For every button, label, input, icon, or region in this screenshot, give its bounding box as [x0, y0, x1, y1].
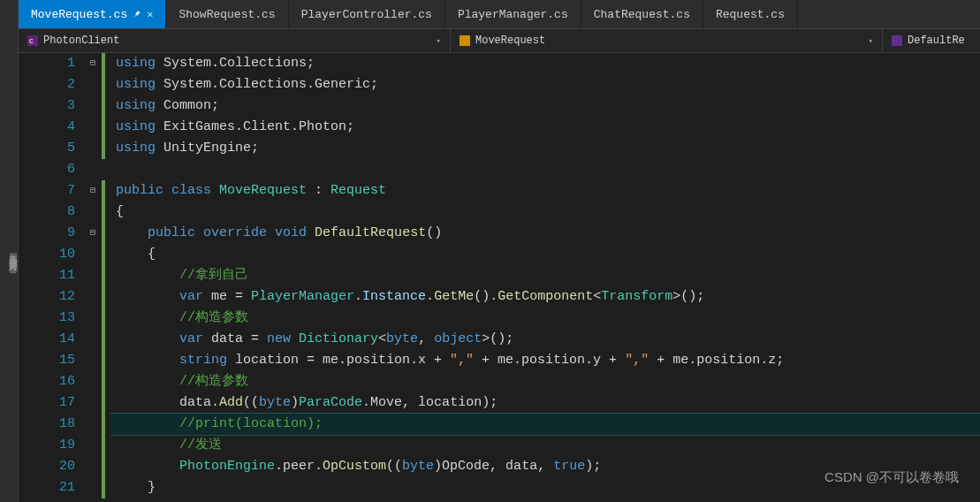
fold-toggle — [86, 202, 100, 223]
change-mark — [102, 435, 105, 456]
crumb-label: DefaultRe — [908, 34, 965, 47]
code-line[interactable]: using Common; — [116, 95, 980, 117]
csharp-project-icon: C — [27, 35, 38, 46]
method-icon — [892, 35, 902, 46]
change-mark — [100, 159, 110, 180]
line-number: 11 — [19, 265, 75, 286]
change-mark — [102, 223, 105, 244]
change-mark — [102, 308, 105, 329]
fold-toggle — [86, 392, 100, 414]
toolbar-label-1[interactable]: 服务器资源管理器 — [5, 246, 18, 260]
tab-label: Request.cs — [716, 8, 785, 21]
document-tabs: MoveRequest.cs ✕ ShowRequest.cs PlayerCo… — [19, 0, 980, 29]
fold-toggle — [86, 138, 100, 159]
fold-toggle[interactable]: ⊟ — [86, 53, 100, 74]
code-line[interactable]: var me = PlayerManager.Instance.GetMe().… — [116, 286, 980, 308]
code-line[interactable]: using UnityEngine; — [116, 138, 980, 159]
change-mark — [102, 202, 105, 223]
code-line[interactable]: //拿到自己 — [116, 265, 980, 286]
fold-toggle — [86, 350, 100, 371]
vertical-toolbar: 服务器资源管理器 工具箱 — [0, 0, 19, 502]
code-line[interactable]: //print(location); — [110, 414, 980, 435]
code-line[interactable]: public class MoveRequest : Request — [116, 180, 980, 202]
code-line[interactable]: string location = me.position.x + "," + … — [116, 350, 980, 371]
fold-toggle — [86, 74, 100, 95]
code-line[interactable]: { — [116, 244, 980, 265]
fold-toggle — [86, 244, 100, 265]
code-line[interactable]: PhotonEngine.peer.OpCustom((byte)OpCode,… — [116, 456, 980, 477]
line-number: 13 — [19, 308, 75, 329]
fold-toggle[interactable]: ⊟ — [86, 223, 100, 244]
fold-toggle — [86, 265, 100, 286]
line-number: 12 — [19, 286, 75, 308]
change-mark — [102, 392, 105, 414]
fold-toggle — [86, 477, 100, 498]
code-editor[interactable]: 123456789101112131415161718192021 ⊟⊟⊟ us… — [19, 53, 980, 502]
line-number: 18 — [19, 414, 75, 435]
change-mark — [102, 350, 105, 371]
change-mark — [102, 180, 105, 202]
tab-showrequest[interactable]: ShowRequest.cs — [166, 0, 288, 28]
code-line[interactable] — [116, 159, 980, 180]
change-mark — [102, 138, 105, 159]
change-mark — [102, 74, 105, 95]
line-number: 9 — [19, 223, 75, 244]
fold-toggle — [86, 117, 100, 138]
fold-gutter[interactable]: ⊟⊟⊟ — [86, 53, 100, 502]
line-number: 7 — [19, 180, 75, 202]
line-number: 19 — [19, 435, 75, 456]
chevron-down-icon: ▾ — [869, 36, 873, 46]
code-line[interactable]: using System.Collections.Generic; — [116, 74, 980, 95]
main-area: MoveRequest.cs ✕ ShowRequest.cs PlayerCo… — [19, 0, 980, 502]
tab-label: PlayerManager.cs — [458, 8, 568, 21]
line-number: 4 — [19, 117, 75, 138]
fold-toggle — [86, 371, 100, 392]
code-line[interactable]: } — [116, 477, 980, 498]
change-mark — [102, 414, 105, 435]
svg-rect-3 — [892, 35, 902, 46]
crumb-label: PhotonClient — [43, 34, 119, 47]
crumb-method[interactable]: DefaultRe — [883, 29, 980, 52]
tab-request[interactable]: Request.cs — [703, 0, 798, 28]
tab-label: ChatRequest.cs — [594, 8, 690, 21]
code-line[interactable]: public override void DefaultRequest() — [116, 223, 980, 244]
change-mark — [102, 329, 105, 350]
fold-toggle — [86, 456, 100, 477]
code-line[interactable]: { — [116, 202, 980, 223]
code-line[interactable]: //发送 — [116, 435, 980, 456]
code-line[interactable]: //构造参数 — [116, 308, 980, 329]
tab-playercontroller[interactable]: PlayerController.cs — [289, 0, 445, 28]
code-line[interactable]: //构造参数 — [116, 371, 980, 392]
change-mark — [102, 456, 105, 477]
tab-playermanager[interactable]: PlayerManager.cs — [445, 0, 581, 28]
code-line[interactable]: using ExitGames.Client.Photon; — [116, 117, 980, 138]
code-line[interactable]: var data = new Dictionary<byte, object>(… — [116, 329, 980, 350]
change-mark — [102, 265, 105, 286]
crumb-class[interactable]: MoveRequest ▾ — [451, 29, 883, 52]
code-line[interactable]: using System.Collections; — [116, 53, 980, 74]
chevron-down-icon: ▾ — [437, 36, 441, 46]
change-mark — [102, 371, 105, 392]
fold-toggle — [86, 286, 100, 308]
line-number: 21 — [19, 477, 75, 498]
code-line[interactable]: data.Add((byte)ParaCode.Move, location); — [116, 392, 980, 414]
svg-text:C: C — [29, 37, 34, 45]
change-mark — [102, 95, 105, 117]
change-mark — [102, 477, 105, 498]
tab-moverequest[interactable]: MoveRequest.cs ✕ — [19, 0, 166, 28]
line-number: 3 — [19, 95, 75, 117]
editor-root: 服务器资源管理器 工具箱 MoveRequest.cs ✕ ShowReques… — [0, 0, 980, 502]
tab-chatrequest[interactable]: ChatRequest.cs — [581, 0, 703, 28]
code-area[interactable]: using System.Collections;using System.Co… — [110, 53, 980, 502]
tab-label: ShowRequest.cs — [179, 8, 275, 21]
fold-toggle[interactable]: ⊟ — [86, 180, 100, 202]
close-icon[interactable]: ✕ — [147, 8, 153, 21]
fold-toggle — [86, 308, 100, 329]
line-number: 20 — [19, 456, 75, 477]
line-number: 17 — [19, 392, 75, 414]
fold-toggle — [86, 159, 100, 180]
line-number: 1 — [19, 53, 75, 74]
svg-rect-2 — [460, 35, 470, 46]
line-number: 6 — [19, 159, 75, 180]
crumb-project[interactable]: C PhotonClient ▾ — [19, 29, 451, 52]
